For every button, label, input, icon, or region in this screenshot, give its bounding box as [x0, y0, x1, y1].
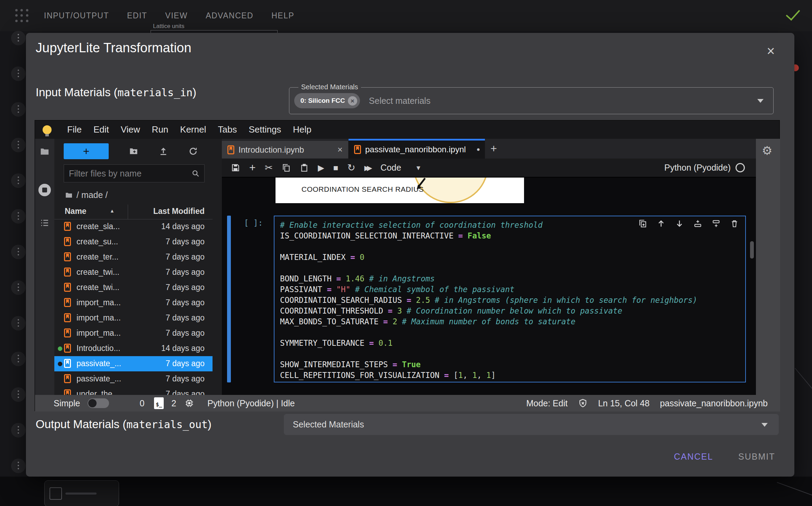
jupyter-menu-file[interactable]: File [61, 124, 88, 135]
notebook-scrollbar[interactable] [750, 241, 754, 259]
background-node-more-icon[interactable] [11, 245, 26, 259]
background-node-more-icon[interactable] [11, 459, 26, 473]
app-grid-logo-icon[interactable] [15, 9, 29, 23]
kernels-count[interactable]: 2 [171, 398, 176, 408]
file-list-item[interactable]: passivate_... 7 days ago [54, 371, 213, 387]
code-editor[interactable]: # Enable interactive selection of coordi… [274, 216, 746, 382]
table-of-contents-tab-icon[interactable] [39, 218, 50, 228]
background-node-more-icon[interactable] [11, 102, 26, 117]
duplicate-cell-icon[interactable] [638, 219, 647, 228]
restart-kernel-icon[interactable]: ↻ [347, 163, 355, 173]
file-list-item[interactable]: create_ter... 7 days ago [54, 250, 213, 265]
new-launcher-button[interactable]: + [64, 143, 109, 159]
upload-icon[interactable] [159, 146, 168, 156]
chevron-down-icon[interactable]: ▾ [416, 163, 420, 172]
interrupt-kernel-icon[interactable]: ■ [333, 163, 339, 173]
cursor-position[interactable]: Ln 15, Col 48 [598, 398, 650, 408]
close-icon[interactable]: × [763, 43, 779, 59]
background-node-more-icon[interactable] [11, 173, 26, 188]
file-list-item[interactable]: create_su... 7 days ago [54, 234, 213, 250]
file-list-item[interactable]: Introductio... 14 days ago [54, 341, 213, 356]
gear-icon[interactable]: ⚙ [762, 144, 772, 157]
kernel-selector[interactable]: Python (Pyodide) [664, 163, 745, 173]
background-node-more-icon[interactable] [11, 280, 26, 295]
file-list-item[interactable]: import_ma... 7 days ago [54, 310, 213, 326]
new-tab-icon[interactable]: + [490, 142, 497, 155]
shield-x-icon[interactable] [578, 398, 588, 408]
move-cell-up-icon[interactable] [657, 219, 666, 228]
jupyter-menu-tabs[interactable]: Tabs [212, 124, 243, 135]
background-node-more-icon[interactable] [11, 352, 26, 366]
output-materials-dropdown[interactable]: Selected Materials [284, 414, 779, 435]
jupyter-menu-kernel[interactable]: Kernel [174, 124, 212, 135]
jupyter-menu-run[interactable]: Run [146, 124, 174, 135]
simple-mode-toggle[interactable] [88, 398, 109, 408]
column-last-modified[interactable]: Last Modified [153, 207, 205, 216]
mode-indicator[interactable]: Mode: Edit [526, 398, 568, 408]
refresh-icon[interactable] [188, 146, 198, 156]
filter-files-input[interactable] [64, 169, 191, 179]
top-menu-view[interactable]: VIEW [165, 11, 188, 20]
file-list-item[interactable]: passivate_... 7 days ago [54, 356, 213, 371]
output-label-suffix: ) [208, 418, 211, 431]
file-list-item[interactable]: under_the... 7 days ago [54, 387, 213, 395]
background-node-more-icon[interactable] [11, 209, 26, 224]
output-dropdown-value: Selected Materials [293, 419, 364, 430]
tab-introduction[interactable]: Introduction.ipynb × [222, 141, 349, 159]
insert-cell-above-icon[interactable] [693, 219, 702, 228]
top-menu-advanced[interactable]: ADVANCED [206, 11, 253, 20]
jupyter-menu-edit[interactable]: Edit [88, 124, 115, 135]
background-node-more-icon[interactable] [11, 31, 26, 45]
file-list-item[interactable]: import_ma... 7 days ago [54, 295, 213, 310]
cancel-button[interactable]: CANCEL [672, 447, 715, 466]
breadcrumb[interactable]: / made / [65, 190, 108, 200]
top-menu-help[interactable]: HELP [271, 11, 294, 20]
run-cell-icon[interactable]: ▶ [318, 163, 324, 173]
cut-cell-icon[interactable]: ✂ [265, 163, 273, 173]
insert-cell-below-icon[interactable] [712, 219, 721, 228]
restart-run-all-icon[interactable]: ▶▶ [364, 163, 370, 173]
new-folder-icon[interactable] [129, 146, 138, 156]
submit-button[interactable]: SUBMIT [736, 447, 777, 466]
file-list-item[interactable]: create_twi... 7 days ago [54, 265, 213, 280]
background-line [795, 368, 812, 408]
screen: INPUT/OUTPUTEDITVIEWADVANCEDHELP Lattice… [0, 0, 812, 506]
close-tab-icon[interactable]: × [337, 144, 343, 155]
material-chip-label: 0: Silicon FCC [300, 97, 345, 105]
top-menu-input-output[interactable]: INPUT/OUTPUT [44, 11, 109, 20]
kernel-status-text[interactable]: Python (Pyodide) | Idle [207, 398, 295, 408]
chip-delete-icon[interactable]: × [348, 96, 357, 106]
jupyter-menu-settings[interactable]: Settings [243, 124, 287, 135]
cell-type-dropdown[interactable]: Code [380, 163, 401, 173]
paste-cell-icon[interactable] [300, 163, 309, 173]
delete-cell-icon[interactable] [730, 219, 739, 228]
code-line: IS_COORDINATION_SELECTION_INTERACTIVE = … [280, 231, 745, 241]
background-node-more-icon[interactable] [11, 387, 26, 402]
background-node-more-icon[interactable] [11, 66, 26, 81]
file-list: create_sla... 14 days ago create_su... 7… [54, 219, 222, 395]
jupyter-menu-help[interactable]: Help [287, 124, 317, 135]
selected-materials-select[interactable]: Selected Materials 0: Silicon FCC × Sele… [289, 87, 774, 114]
tab-passivate-nanoribbon[interactable]: passivate_nanoribbon.ipynl ● [349, 139, 485, 159]
top-menu-edit[interactable]: EDIT [127, 11, 147, 20]
copy-cell-icon[interactable] [282, 163, 291, 173]
save-icon[interactable] [231, 163, 240, 173]
move-cell-down-icon[interactable] [675, 219, 684, 228]
background-node-more-icon[interactable] [11, 316, 26, 331]
insert-cell-icon[interactable]: + [249, 163, 256, 173]
file-list-item[interactable]: create_sla... 14 days ago [54, 219, 213, 234]
jupyter-menu-view[interactable]: View [115, 124, 146, 135]
file-list-item[interactable]: create_twi... 7 days ago [54, 280, 213, 295]
file-browser-tab-icon[interactable] [39, 146, 50, 157]
file-status-dot [58, 255, 62, 260]
file-list-item[interactable]: import_ma... 7 days ago [54, 326, 213, 341]
material-chip[interactable]: 0: Silicon FCC × [294, 93, 360, 108]
background-node-more-icon[interactable] [11, 423, 26, 437]
notebook-file-icon [227, 145, 234, 154]
chevron-down-icon[interactable] [757, 99, 764, 103]
running-kernels-tab-icon[interactable] [38, 184, 51, 196]
cell-collapser[interactable] [227, 216, 231, 382]
terminals-count[interactable]: 0 [139, 398, 144, 408]
background-node-more-icon[interactable] [11, 138, 26, 152]
column-name[interactable]: Name [65, 207, 87, 216]
